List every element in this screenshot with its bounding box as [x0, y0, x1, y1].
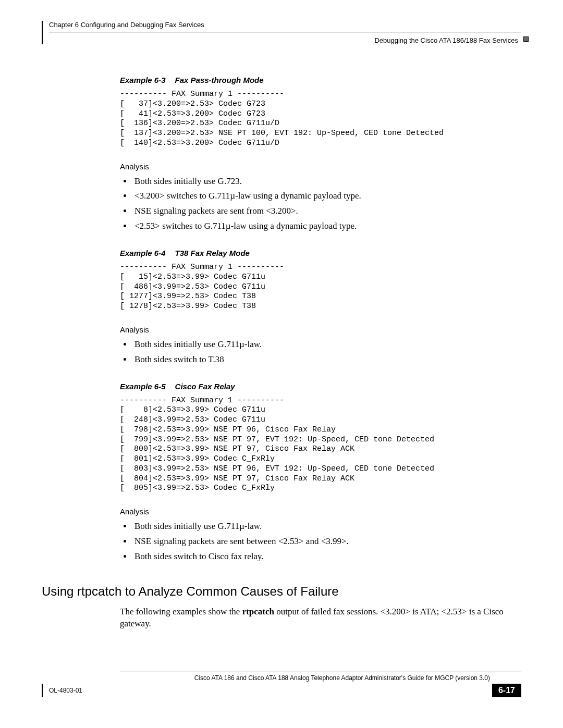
footer-rule: Cisco ATA 186 and Cisco ATA 188 Analog T… [120, 672, 521, 684]
analysis-heading-6-4: Analysis [120, 325, 521, 334]
example-label: Example 6-3 [120, 76, 166, 84]
example-label: Example 6-5 [120, 382, 166, 391]
footer-bottom: OL-4803-01 6-17 [42, 684, 521, 697]
list-item: Both sides initially use G.711µ-law. [132, 337, 521, 352]
example-6-3-title: Example 6-3Fax Pass-through Mode [120, 76, 521, 84]
section-intro: The following examples show the rtpcatch… [120, 606, 521, 630]
analysis-list-6-4: Both sides initially use G.711µ-law. Bot… [120, 337, 521, 367]
analysis-list-6-5: Both sides initially use G.711µ-law. NSE… [120, 519, 521, 564]
example-name: Cisco Fax Relay [175, 382, 235, 391]
list-item: Both sides initially use G.711µ-law. [132, 519, 521, 534]
example-6-3-code: ---------- FAX Summary 1 ---------- [ 37… [120, 90, 521, 149]
section-heading: Using rtpcatch to Analyze Common Causes … [42, 584, 521, 599]
section-line-wrap: Debugging the Cisco ATA 186/188 Fax Serv… [49, 32, 521, 44]
section-line: Debugging the Cisco ATA 186/188 Fax Serv… [374, 36, 518, 44]
example-6-4-code: ---------- FAX Summary 1 ---------- [ 15… [120, 263, 521, 312]
page-number: 6-17 [492, 684, 521, 697]
doc-id: OL-4803-01 [49, 687, 82, 694]
analysis-list-6-3: Both sides initially use G.723. <3.200> … [120, 174, 521, 235]
example-label: Example 6-4 [120, 249, 166, 257]
page-footer: Cisco ATA 186 and Cisco ATA 188 Analog T… [42, 672, 521, 697]
running-header: Chapter 6 Configuring and Debugging Fax … [42, 21, 521, 44]
example-name: T38 Fax Relay Mode [175, 249, 250, 257]
intro-before: The following examples show the [120, 607, 242, 616]
list-item: <3.200> switches to G.711µ-law using a d… [132, 189, 521, 204]
list-item: Both sides switch to Cisco fax relay. [132, 549, 521, 564]
chapter-line: Chapter 6 Configuring and Debugging Fax … [49, 21, 521, 32]
list-item: Both sides initially use G.723. [132, 174, 521, 189]
list-item: <2.53> switches to G.711µ-law using a dy… [132, 219, 521, 234]
list-item: Both sides switch to T.38 [132, 352, 521, 367]
content-area: Example 6-3Fax Pass-through Mode -------… [120, 76, 521, 630]
example-6-4-title: Example 6-4T38 Fax Relay Mode [120, 249, 521, 257]
page: Chapter 6 Configuring and Debugging Fax … [0, 0, 563, 713]
intro-bold: rtpcatch [242, 607, 274, 616]
example-name: Fax Pass-through Mode [175, 76, 264, 84]
list-item: NSE signaling packets are sent between <… [132, 534, 521, 549]
example-6-5-code: ---------- FAX Summary 1 ---------- [ 8]… [120, 396, 521, 494]
footer-guide-title: Cisco ATA 186 and Cisco ATA 188 Analog T… [120, 672, 521, 684]
list-item: NSE signaling packets are sent from <3.2… [132, 204, 521, 219]
example-6-5-title: Example 6-5Cisco Fax Relay [120, 382, 521, 391]
analysis-heading-6-3: Analysis [120, 162, 521, 171]
analysis-heading-6-5: Analysis [120, 507, 521, 516]
